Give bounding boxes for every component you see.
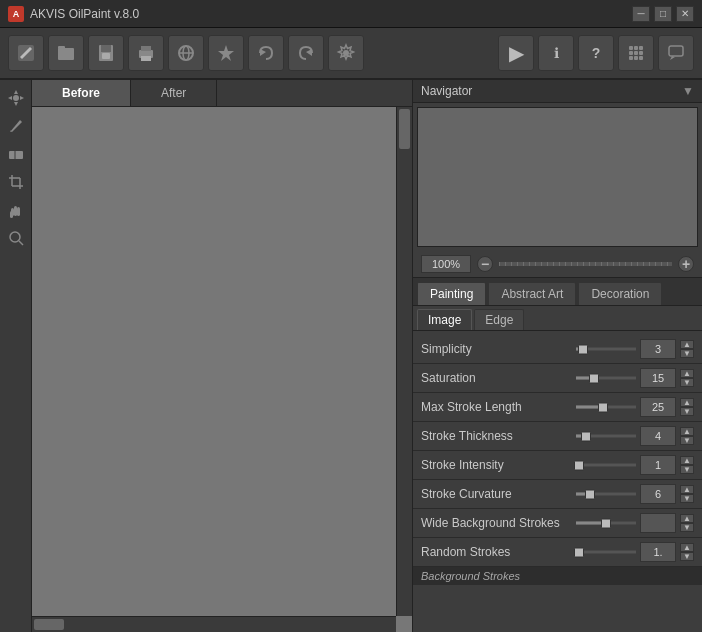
sc-up[interactable]: ▲ [680,485,694,494]
stroke-intensity-slider[interactable] [576,457,636,473]
saturation-spinner[interactable]: ▲ ▼ [680,369,694,387]
wide-bg-strokes-slider[interactable] [576,515,636,531]
svg-marker-13 [260,49,266,56]
simplicity-down[interactable]: ▼ [680,349,694,358]
msl-up[interactable]: ▲ [680,398,694,407]
random-strokes-value[interactable]: 1. [640,542,676,562]
app-icon: A [8,6,24,22]
close-button[interactable]: ✕ [676,6,694,22]
svg-rect-25 [669,46,683,56]
painting-tab[interactable]: Painting [417,282,486,305]
painting-tabs: Painting Abstract Art Decoration [413,278,702,306]
horizontal-scrollbar[interactable] [32,616,396,632]
max-stroke-length-row: Max Stroke Length 25 ▲ ▼ [413,393,702,422]
navigator-title: Navigator [421,84,472,98]
stroke-curvature-value[interactable]: 6 [640,484,676,504]
undo-tool-btn[interactable] [248,35,284,71]
stroke-intensity-label: Stroke Intensity [421,458,572,472]
brush-tool-btn[interactable] [8,35,44,71]
navigator-arrow: ▼ [682,84,694,98]
sc-down[interactable]: ▼ [680,494,694,503]
saturation-value[interactable]: 15 [640,368,676,388]
st-down[interactable]: ▼ [680,436,694,445]
settings-tool-btn[interactable] [328,35,364,71]
si-down[interactable]: ▼ [680,465,694,474]
simplicity-spinner[interactable]: ▲ ▼ [680,340,694,358]
magnify-tool[interactable] [4,226,28,250]
stroke-intensity-value[interactable]: 1 [640,455,676,475]
random-strokes-label: Random Strokes [421,545,572,559]
window-controls[interactable]: ─ □ ✕ [632,6,694,22]
simplicity-up[interactable]: ▲ [680,340,694,349]
abstract-art-tab[interactable]: Abstract Art [488,282,576,305]
save-tool-btn[interactable] [88,35,124,71]
stamp-tool-btn[interactable] [208,35,244,71]
wide-bg-strokes-spinner[interactable]: ▲ ▼ [680,514,694,532]
wide-bg-strokes-value[interactable] [640,513,676,533]
svg-rect-4 [101,45,111,52]
zoom-plus-btn[interactable]: + [678,256,694,272]
stroke-curvature-slider[interactable] [576,486,636,502]
max-stroke-length-value[interactable]: 25 [640,397,676,417]
minimize-button[interactable]: ─ [632,6,650,22]
random-strokes-slider[interactable] [576,544,636,560]
simplicity-slider[interactable] [576,341,636,357]
saturation-down[interactable]: ▼ [680,378,694,387]
horizontal-scroll-thumb[interactable] [34,619,64,630]
stroke-thickness-row: Stroke Thickness 4 ▲ ▼ [413,422,702,451]
edge-subtab[interactable]: Edge [474,309,524,330]
decoration-tab[interactable]: Decoration [578,282,662,305]
si-up[interactable]: ▲ [680,456,694,465]
random-strokes-spinner[interactable]: ▲ ▼ [680,543,694,561]
max-stroke-length-slider[interactable] [576,399,636,415]
redo-tool-btn[interactable] [288,35,324,71]
navigate-tool[interactable] [4,86,28,110]
config-button[interactable] [618,35,654,71]
zoom-slider-track[interactable] [499,262,672,266]
right-panel: Navigator ▼ − + Painting Abstract Art De… [412,80,702,632]
play-button[interactable]: ▶ [498,35,534,71]
stroke-intensity-spinner[interactable]: ▲ ▼ [680,456,694,474]
vertical-scrollbar[interactable] [396,107,412,616]
svg-line-43 [19,241,23,245]
pencil-tool[interactable] [4,114,28,138]
canvas-viewport[interactable] [32,107,412,632]
stroke-curvature-spinner[interactable]: ▲ ▼ [680,485,694,503]
eraser-tool[interactable] [4,142,28,166]
max-stroke-length-spinner[interactable]: ▲ ▼ [680,398,694,416]
crop-tool[interactable] [4,170,28,194]
rs-down[interactable]: ▼ [680,552,694,561]
vertical-scroll-thumb[interactable] [399,109,410,149]
chat-button[interactable] [658,35,694,71]
before-tab[interactable]: Before [32,80,131,106]
svg-rect-24 [639,56,643,60]
st-up[interactable]: ▲ [680,427,694,436]
hand-tool[interactable] [4,198,28,222]
svg-marker-31 [20,96,24,100]
simplicity-value[interactable]: 3 [640,339,676,359]
saturation-up[interactable]: ▲ [680,369,694,378]
open-tool-btn[interactable] [48,35,84,71]
maximize-button[interactable]: □ [654,6,672,22]
zoom-input[interactable] [421,255,471,273]
print-tool-btn[interactable] [128,35,164,71]
wide-background-strokes-label: Wide Background Strokes [421,516,572,530]
svg-marker-30 [8,96,12,100]
saturation-slider[interactable] [576,370,636,386]
wbs-up[interactable]: ▲ [680,514,694,523]
rs-up[interactable]: ▲ [680,543,694,552]
web-tool-btn[interactable] [168,35,204,71]
svg-rect-39 [14,206,17,216]
stroke-thickness-value[interactable]: 4 [640,426,676,446]
zoom-minus-btn[interactable]: − [477,256,493,272]
msl-down[interactable]: ▼ [680,407,694,416]
image-subtab[interactable]: Image [417,309,472,330]
info-button[interactable]: ℹ [538,35,574,71]
stroke-thickness-slider[interactable] [576,428,636,444]
after-tab[interactable]: After [131,80,217,106]
help-button[interactable]: ? [578,35,614,71]
wbs-down[interactable]: ▼ [680,523,694,532]
title-bar: A AKVIS OilPaint v.8.0 ─ □ ✕ [0,0,702,28]
svg-rect-21 [639,51,643,55]
stroke-thickness-spinner[interactable]: ▲ ▼ [680,427,694,445]
